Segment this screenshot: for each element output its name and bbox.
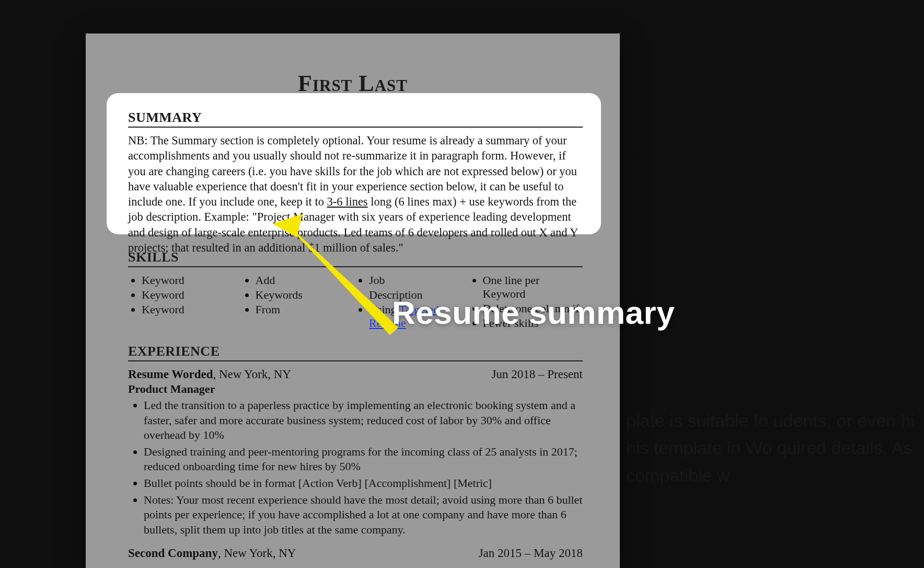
download-button-partial[interactable]: AD [626, 526, 919, 547]
job1-location: , New York, NY [213, 368, 292, 381]
background-tiny-text: — 25:00 monthly story posts and read sup… [626, 50, 919, 224]
job-2: Second Company, New York, NY Jan 2015 – … [128, 547, 583, 560]
skills-col-1: Keyword Keyword Keyword [128, 272, 242, 331]
experience-heading: EXPERIENCE [128, 344, 583, 359]
job2-dates: Jan 2015 – May 2018 [479, 547, 583, 560]
background-paragraph: plate is suitable fo udents, or even hi … [626, 407, 919, 490]
job1-bullet: Bullet points should be in format [Actio… [144, 476, 583, 491]
job1-bullet: Notes: Your most recent experience shoul… [144, 493, 583, 538]
annotation-label: Resume summary [392, 294, 675, 331]
experience-rule [128, 360, 583, 361]
skills-col-2: Add Keywords From [242, 272, 356, 331]
job1-role: Product Manager [128, 382, 583, 396]
download-icon [660, 528, 675, 544]
job-1: Resume Worded, New York, NY Jun 2018 – P… [128, 368, 583, 537]
job2-location: , New York, NY [218, 547, 296, 560]
job2-company-line: Second Company, New York, NY [128, 547, 296, 560]
skill-item: Keyword [142, 274, 242, 287]
job1-company-line: Resume Worded, New York, NY [128, 368, 291, 381]
skill-item: Keyword [142, 303, 242, 316]
job1-company: Resume Worded [128, 368, 213, 381]
skills-rule [128, 266, 583, 267]
job2-company: Second Company [128, 547, 218, 560]
resume-lower: SKILLS Keyword Keyword Keyword Add Keywo… [128, 238, 583, 560]
summary-heading: SUMMARY [128, 110, 583, 126]
skill-item: From [256, 303, 356, 316]
skill-item: Keyword [142, 288, 242, 302]
download-label: AD [626, 526, 652, 547]
job1-dates: Jun 2018 – Present [492, 368, 583, 381]
skill-item: Keywords [256, 288, 356, 302]
job1-bullet: Designed training and peer-mentoring pro… [144, 445, 583, 474]
summary-rule [128, 127, 583, 128]
skill-item: Add [256, 274, 356, 287]
skill-item: Job [369, 274, 469, 287]
job1-bullet: Led the transition to a paperless practi… [144, 398, 583, 443]
job1-bullets: Led the transition to a paperless practi… [128, 398, 583, 537]
summary-body: NB: The Summary section is completely op… [128, 133, 583, 255]
summary-section: SUMMARY NB: The Summary section is compl… [128, 110, 583, 255]
summary-underlined: 3-6 lines [327, 195, 368, 208]
